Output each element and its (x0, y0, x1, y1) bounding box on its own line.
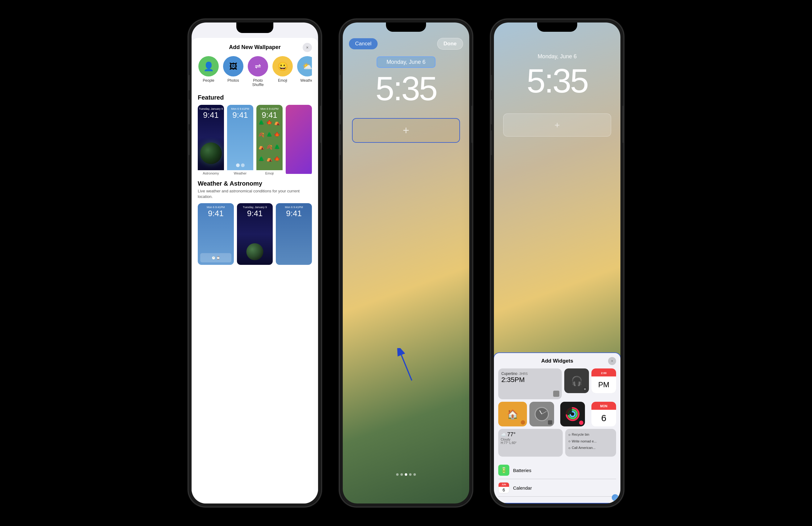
phone-3-screen: Monday, June 6 5:35 + Add Widgets × (494, 22, 620, 504)
phone-3: Monday, June 6 5:35 + Add Widgets × (491, 19, 624, 507)
cal2-day-number: 6 (601, 413, 607, 423)
phone-1: Add New Wallpaper × 👤 People (188, 19, 321, 507)
w3-date: Mon 6 9:41PM (285, 206, 303, 209)
emoji-label-bottom: Emoji (256, 170, 282, 176)
home-icon: 🏠 (507, 409, 518, 420)
activity-widget[interactable] (560, 402, 585, 426)
weather-condition: Cloudy (501, 438, 560, 441)
activity-rings (566, 407, 580, 421)
cancel-button[interactable]: Cancel (349, 38, 378, 49)
analog-clock (535, 407, 549, 421)
phone3-widget-bar[interactable]: + (503, 114, 611, 137)
weather-widget[interactable]: Cupertino -3HRS 2:35PM (498, 369, 562, 399)
reminder-row-3: ○ Call American... (568, 445, 613, 451)
photo-shuffle-icon-circle: ⇌ (248, 56, 268, 76)
shuffle-icon: ⇌ (255, 62, 261, 71)
svg-line-1 (401, 355, 412, 381)
weather-label-bottom: Weather (227, 170, 253, 176)
extra-preview (286, 105, 312, 174)
widgets-close-button[interactable]: × (608, 357, 616, 365)
calendar-widget-row2[interactable]: MON 6 (591, 402, 616, 426)
earth-mini (612, 494, 619, 501)
weather-77-widget[interactable]: ☁️ 77° Cloudy H:77° L:60° (498, 429, 563, 456)
phone2-power-button[interactable] (471, 106, 472, 143)
volume-down-button[interactable] (188, 131, 190, 155)
featured-weather[interactable]: Mon 6 9:41PM 9:41 Weather (227, 105, 253, 176)
phone3-date: Monday, June 6 (538, 53, 577, 60)
featured-emoji[interactable]: Mon 6 9:41PM 9:41 🌲🍁⛺ 🍂🌲🍁 ⛺🍂🌲 🌲⛺🍁 Emoji (256, 105, 282, 176)
phone2-silent-switch[interactable] (340, 75, 341, 90)
calendar-app-icon: JUN 6 (498, 482, 509, 493)
phone1-background: Add New Wallpaper × 👤 People (192, 22, 318, 504)
activity-badge (579, 421, 583, 425)
power-button[interactable] (320, 106, 321, 143)
weather-hl: H:77° L:60° (501, 441, 560, 445)
weather-mini-date: Mon 6 9:41PM (231, 107, 249, 110)
sheet-close-button[interactable]: × (303, 43, 312, 52)
lock-date-pill: Monday, June 6 (377, 57, 436, 68)
wallpaper-type-people[interactable]: 👤 People (198, 56, 219, 87)
phone2-volume-down[interactable] (340, 131, 341, 155)
phone3-volume-down[interactable] (491, 131, 492, 155)
lock-widget-area[interactable]: + (352, 118, 460, 143)
dot-4 (409, 473, 411, 476)
photos-icon: 🖼 (229, 62, 237, 71)
calendar-widget-top[interactable]: 2:00 PM (591, 369, 616, 393)
airpods-sub-icon (583, 387, 587, 391)
arrow-indicator (394, 348, 418, 386)
wallpaper-type-photo-shuffle[interactable]: ⇌ Photo Shuffle (247, 56, 269, 87)
add-wallpaper-sheet: Add New Wallpaper × 👤 People (192, 38, 318, 504)
astro2-preview: Tuesday, January 9 9:41 (237, 203, 273, 265)
clock-widget[interactable] (530, 402, 554, 426)
airpods-widget[interactable]: 🎧 (564, 369, 589, 393)
volume-up-button[interactable] (188, 100, 190, 124)
widgets-row-2: 🏠 (498, 402, 616, 426)
reminders-widget[interactable]: ○ Recycle bin ○ Write nomad e... ○ Call … (565, 429, 616, 456)
silent-switch[interactable] (188, 75, 190, 90)
phone3-volume-up[interactable] (491, 100, 492, 124)
wallpaper-type-list: 👤 People 🖼 Photos ⇌ Photo (198, 56, 312, 87)
phone3-time: 5:35 (527, 61, 588, 100)
widgets-title: Add Widgets (541, 358, 573, 364)
dot-5 (414, 473, 416, 476)
weather-dot-1 (236, 163, 240, 167)
airpods-icon: 🎧 (571, 376, 582, 386)
wallpaper-type-weather[interactable]: ⛅ Weather (296, 56, 312, 87)
calendar-app-row[interactable]: JUN 6 Calendar (498, 479, 616, 497)
phone3-silent-switch[interactable] (491, 75, 492, 90)
done-button[interactable]: Done (437, 38, 463, 50)
reminder-1: Recycle bin (572, 432, 589, 437)
phone-2-screen: Cancel Done Monday, June 6 5:35 + (343, 22, 469, 504)
rings-svg (566, 407, 580, 421)
cal-mini-header: JUN (498, 482, 509, 487)
w2-earth (246, 243, 263, 260)
people-icon-circle: 👤 (198, 56, 219, 76)
home-widget[interactable]: 🏠 (498, 402, 527, 426)
weather3-preview: Mon 6 9:41PM 9:41 (276, 203, 312, 265)
calendar-app-name: Calendar (513, 485, 532, 491)
phone3-power-button[interactable] (622, 106, 624, 143)
weather-grid-1[interactable]: Mon 6 9:41PM 9:41 🕐 ⌚ (198, 203, 234, 265)
weather-mini-time: 9:41 (232, 110, 248, 120)
wallpaper-type-emoji[interactable]: 😀 Emoji (272, 56, 293, 87)
weather-grid-3[interactable]: Mon 6 9:41PM 9:41 (276, 203, 312, 265)
airpods-dot (584, 388, 586, 390)
add-widgets-panel: Add Widgets × Cupertino -3HRS 2:35PM (494, 352, 620, 504)
featured-extra[interactable] (286, 105, 312, 176)
batteries-app-name: Batteries (513, 468, 531, 473)
sheet-header: Add New Wallpaper × (198, 44, 312, 50)
emoji-scatter: 🌲🍁⛺ 🍂🌲🍁 ⛺🍂🌲 🌲⛺🍁 (256, 105, 282, 170)
weather-grid-2[interactable]: Tuesday, January 9 9:41 (237, 203, 273, 265)
featured-astronomy[interactable]: Tuesday, January 9 9:41 Astronomy (198, 105, 224, 176)
batteries-app-row[interactable]: 🔋 Batteries (498, 462, 616, 479)
close-icon: × (306, 45, 308, 50)
temp-display: 77° (507, 431, 516, 438)
batteries-app-icon: 🔋 (498, 465, 509, 476)
cal-mini-month: JUN (502, 483, 506, 486)
wallpaper-type-photos[interactable]: 🖼 Photos (222, 56, 244, 87)
photos-label: Photos (227, 78, 239, 82)
weather-icon-circle: ⛅ (297, 56, 312, 76)
weather-dot-2 (241, 163, 245, 167)
weather-widget-time: 2:35PM (501, 376, 559, 384)
phone2-volume-up[interactable] (340, 100, 341, 124)
